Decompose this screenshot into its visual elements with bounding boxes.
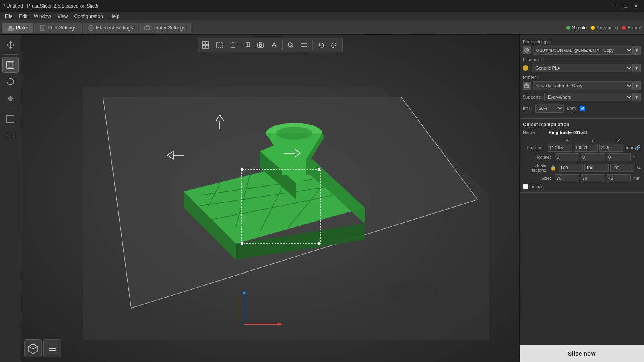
delete-all-button[interactable]: [240, 39, 253, 51]
menu-configuration[interactable]: Configuration: [71, 13, 106, 20]
delete-button[interactable]: [227, 39, 239, 51]
inches-row: Inches: [523, 184, 641, 189]
undo-button[interactable]: [314, 39, 327, 51]
3d-cube-icon: [27, 343, 39, 354]
filament-icon: [523, 65, 528, 71]
tab-filament-settings[interactable]: Filament Settings: [83, 23, 138, 33]
select-tool[interactable]: [2, 57, 19, 73]
viewport-toolbar: [198, 38, 343, 52]
select-all-button[interactable]: [213, 39, 226, 51]
scale-tool[interactable]: [2, 90, 19, 107]
rotate-y[interactable]: [581, 153, 605, 161]
svg-point-6: [90, 27, 92, 29]
menu-window[interactable]: Window: [31, 13, 54, 20]
printer-select[interactable]: Creality Ender-3 - Copy: [533, 81, 633, 90]
size-label: Size:: [523, 176, 553, 181]
position-row: Position: mm 🔗: [523, 144, 641, 152]
scale-x[interactable]: [559, 164, 583, 172]
supports-label: Supports:: [523, 95, 542, 99]
maximize-button[interactable]: □: [621, 2, 630, 10]
mode-advanced[interactable]: Advanced: [591, 25, 618, 31]
menu-file[interactable]: File: [2, 13, 16, 20]
svg-rect-23: [206, 45, 209, 48]
svg-line-89: [527, 50, 528, 51]
inches-checkbox[interactable]: [523, 184, 528, 189]
layer-view-button[interactable]: [43, 339, 61, 357]
3d-view-button[interactable]: [24, 339, 42, 357]
search-button[interactable]: [284, 39, 297, 51]
menu-button[interactable]: [298, 39, 311, 51]
rotate-tool[interactable]: [2, 74, 19, 90]
printer-dropdown[interactable]: ▼: [633, 81, 641, 90]
position-y[interactable]: [574, 144, 598, 152]
filament-row: Generic PLA ▼: [523, 64, 641, 72]
z-header: Z: [607, 138, 631, 143]
print-settings-select[interactable]: 0.20mm NORMAL @CREALITY - Copy: [533, 46, 633, 55]
rotate-z[interactable]: [607, 153, 631, 161]
svg-rect-63: [282, 159, 306, 175]
tabbar: Plater Print Settings Filament Settings …: [0, 21, 644, 35]
tab-plater[interactable]: Plater: [2, 23, 33, 33]
left-toolbar: [0, 35, 21, 362]
position-z[interactable]: [599, 144, 623, 152]
menubar: File Edit Window View Configuration Help: [0, 12, 644, 21]
print-settings-dropdown[interactable]: ▼: [633, 46, 641, 55]
toolbar-sep-1: [3, 54, 18, 55]
expert-dot: [622, 26, 626, 30]
size-x[interactable]: [555, 174, 579, 182]
minimize-button[interactable]: ─: [610, 2, 620, 10]
filament-select[interactable]: Generic PLA: [532, 64, 633, 72]
svg-marker-41: [334, 44, 336, 46]
tab-print-settings[interactable]: Print Settings: [34, 23, 81, 33]
layer-view-icon: [47, 343, 58, 354]
scale-z[interactable]: [610, 164, 634, 172]
svg-line-36: [292, 46, 293, 48]
svg-rect-0: [8, 28, 14, 31]
supports-dropdown[interactable]: ▼: [633, 93, 641, 101]
variable-layer-height-button[interactable]: [268, 39, 281, 51]
rotate-x[interactable]: [555, 153, 579, 161]
rotate-row: Rotate: °: [523, 153, 641, 161]
menu-view[interactable]: View: [54, 13, 71, 20]
cut-icon: [6, 115, 15, 123]
svg-marker-82: [29, 344, 37, 349]
close-button[interactable]: ✕: [631, 2, 641, 10]
cut-tool-btn[interactable]: [2, 111, 19, 127]
svg-rect-70: [318, 242, 320, 245]
position-x[interactable]: [548, 144, 572, 152]
screenshot-button[interactable]: [254, 39, 267, 51]
scale-y[interactable]: [584, 164, 609, 172]
svg-rect-20: [202, 42, 205, 45]
y-header: Y: [581, 138, 605, 143]
object-manipulation-panel: Object manipulation Name: Ring holder001…: [520, 119, 644, 193]
tab-printer-settings[interactable]: Printer Settings: [139, 23, 190, 33]
size-y[interactable]: [581, 174, 605, 182]
svg-point-32: [259, 44, 262, 47]
name-label: Name:: [523, 130, 547, 135]
rotate-label: Rotate:: [523, 155, 553, 160]
mode-simple[interactable]: Simple: [566, 25, 587, 31]
scale-lock-icon[interactable]: 🔒: [550, 165, 556, 171]
view-buttons: [24, 339, 61, 357]
mode-expert[interactable]: Expert: [622, 25, 642, 31]
position-lock-icon[interactable]: 🔗: [635, 144, 641, 151]
filament-dropdown[interactable]: ▼: [633, 64, 641, 72]
print-settings-row: 0.20mm NORMAL @CREALITY - Copy ▼: [523, 46, 641, 55]
plater-icon: [8, 25, 14, 31]
supports-select[interactable]: Everywhere: [544, 93, 633, 101]
infill-select[interactable]: 20%: [535, 104, 564, 113]
menu-edit[interactable]: Edit: [16, 13, 31, 20]
viewport[interactable]: [21, 35, 519, 362]
menu-help[interactable]: Help: [106, 13, 123, 20]
slice-button[interactable]: Slice now: [520, 345, 644, 362]
layers-icon: [6, 132, 15, 140]
svg-marker-9: [6, 41, 15, 49]
move-tool[interactable]: [2, 36, 19, 52]
arrange-button[interactable]: [199, 39, 212, 51]
size-z[interactable]: [607, 174, 631, 182]
scale-unit: %: [637, 165, 641, 170]
brim-checkbox[interactable]: [580, 106, 585, 111]
redo-button[interactable]: [328, 39, 341, 51]
layers-tool[interactable]: [2, 128, 19, 144]
x-header: X: [555, 138, 579, 143]
